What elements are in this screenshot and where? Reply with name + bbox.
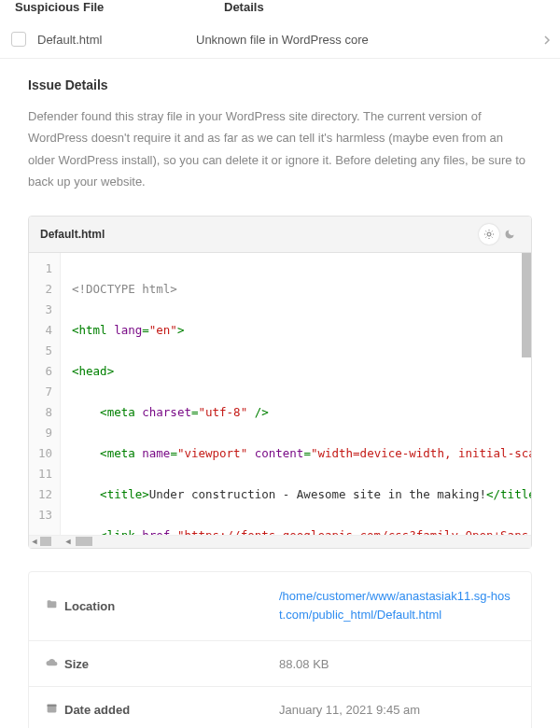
issue-description: Defender found this stray file in your W… (28, 105, 532, 193)
suspicious-file-row[interactable]: Default.html Unknown file in WordPress c… (0, 21, 560, 59)
meta-value-location[interactable]: /home/customer/www/anastasiak11.sg-host.… (279, 587, 514, 626)
file-name: Default.html (37, 33, 196, 47)
calendar-icon (46, 702, 64, 717)
code-card-header: Default.html (29, 217, 531, 253)
expand-caret-icon[interactable] (543, 34, 553, 48)
meta-row-location: Location /home/customer/www/anastasiak11… (29, 572, 531, 642)
folder-icon (46, 598, 64, 613)
file-meta-table: Location /home/customer/www/anastasiak11… (28, 571, 532, 728)
file-detail: Unknown file in WordPress core (196, 33, 551, 47)
dark-theme-icon[interactable] (499, 224, 520, 245)
meta-value-date: January 11, 2021 9:45 am (279, 703, 514, 717)
file-checkbox[interactable] (11, 32, 26, 47)
meta-label-size: Size (64, 657, 279, 671)
meta-row-size: Size 88.08 KB (29, 641, 531, 687)
scroll-left-icon[interactable]: ◄ (63, 536, 74, 547)
light-theme-icon[interactable] (479, 224, 499, 245)
table-header: Suspicious File Details (0, 0, 560, 21)
svg-point-0 (487, 232, 491, 236)
issue-details-panel: Issue Details Defender found this stray … (0, 59, 560, 728)
code-content: <!DOCTYPE html> <html lang="en"> <head> … (61, 253, 531, 535)
code-viewer[interactable]: 1 2 3 4 5 6 7 8 9 10 11 12 13 <!DOCTYPE … (29, 253, 531, 535)
issue-title: Issue Details (28, 77, 532, 92)
horizontal-scrollbar[interactable]: ◄ ◄ (29, 535, 531, 548)
code-card: Default.html 1 2 3 4 5 6 7 8 9 10 11 12 (28, 216, 532, 549)
code-filename: Default.html (40, 228, 479, 241)
cloud-icon (46, 656, 64, 671)
meta-value-size: 88.08 KB (279, 657, 514, 671)
col-header-file: Suspicious File (9, 0, 196, 14)
meta-label-date: Date added (64, 703, 279, 717)
svg-rect-2 (48, 705, 57, 707)
col-header-details: Details (196, 0, 551, 14)
scroll-left-icon[interactable]: ◄ (29, 536, 40, 547)
line-gutter: 1 2 3 4 5 6 7 8 9 10 11 12 13 (29, 253, 61, 535)
meta-label-location: Location (64, 599, 279, 613)
meta-row-date: Date added January 11, 2021 9:45 am (29, 687, 531, 728)
vertical-scrollbar[interactable] (522, 253, 531, 522)
